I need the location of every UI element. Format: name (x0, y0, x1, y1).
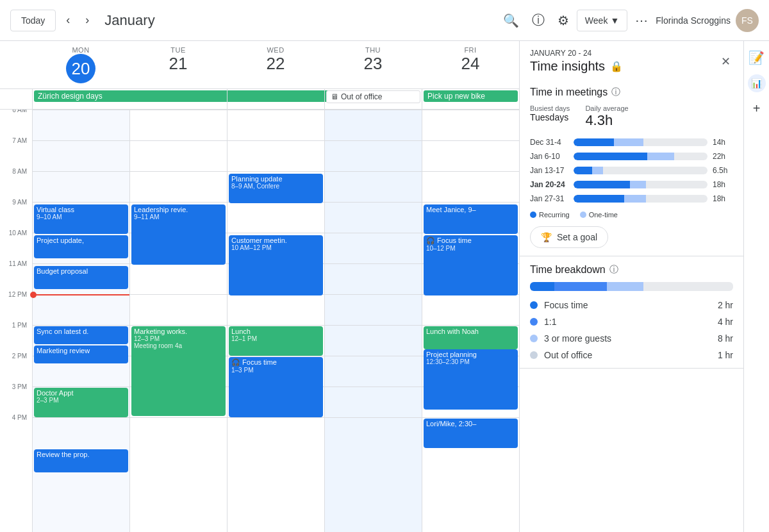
sidebar-icons: 📝 📊 + (743, 41, 769, 532)
cal-event-doctor[interactable]: Doctor Appt 2–3 PM (34, 388, 128, 417)
calendar-area: MON 20 TUE 21 WED 22 THU 23 FRI 24 (0, 41, 519, 532)
breakdown-focus-time: Focus time 2 hr (530, 300, 733, 310)
close-button[interactable]: ✕ (718, 52, 733, 71)
cal-event-meet-janice[interactable]: Meet Janice, 9– (424, 204, 518, 234)
monitor-icon: 🖥 (331, 92, 338, 101)
meetings-section: Time in meetings ⓘ Busiest days Tuesdays… (520, 79, 743, 256)
allday-wed (227, 89, 324, 109)
one-time-dot (580, 212, 586, 218)
cal-event-marketing-review[interactable]: Marketing review (34, 345, 128, 363)
app-header: Today ‹ › January 🔍 ⓘ ⚙ Week ▼ ⋯ Florind… (0, 0, 769, 41)
sidebar-add-button[interactable]: + (749, 97, 765, 120)
cal-event-customer-meeting[interactable]: Customer meetin. 10 AM–12 PM (229, 235, 323, 295)
day-headers: MON 20 TUE 21 WED 22 THU 23 FRI 24 (0, 41, 519, 89)
settings-button[interactable]: ⚙ (552, 8, 574, 33)
breakdown-seg-other (643, 282, 732, 291)
bar-dark (574, 153, 647, 160)
cal-event-review-prop[interactable]: Review the prop. (34, 449, 128, 472)
chart-row-jan27: Jan 27-31 18h (530, 194, 733, 203)
breakdown-dot-ooo (530, 351, 538, 359)
chart-legend: Recurring One-time (530, 211, 733, 219)
prev-button[interactable]: ‹ (61, 8, 75, 32)
cal-event-lori-mike[interactable]: Lori/Mike, 2:30– (424, 419, 518, 448)
next-button[interactable]: › (80, 8, 94, 32)
bar-dark (574, 181, 630, 188)
chevron-down-icon: ▼ (610, 15, 619, 26)
bar-dark (574, 138, 614, 146)
cal-event-budget[interactable]: Budget proposal (34, 266, 128, 289)
bar-light (647, 153, 674, 160)
breakdown-bar (530, 282, 733, 291)
insights-title: Time insights 🔒 (530, 59, 623, 74)
bar-dark (574, 195, 624, 203)
chart-row-jan13: Jan 13-17 6.5h (530, 166, 733, 175)
daily-avg-metric: Daily average 4.3h (585, 104, 628, 129)
allday-row: Zürich design days 🖥 Out of office Pick … (0, 89, 519, 110)
day-col-mon[interactable]: Virtual class 9–10 AM Project update, Bu… (32, 110, 129, 532)
cal-event-project-update[interactable]: Project update, (34, 235, 128, 258)
day-header-wed: WED 22 (227, 46, 324, 83)
day-col-wed[interactable]: Planning update 8–9 AM, Confere Customer… (227, 110, 324, 532)
sidebar-notes-button[interactable]: 📝 (745, 46, 768, 69)
day-col-tue[interactable]: Leadership revie. 9–11 AM Marketing work… (129, 110, 227, 532)
busiest-value: Tuesdays (530, 112, 570, 122)
day-header-thu: THU 23 (324, 46, 422, 83)
breakdown-seg-1on1 (554, 282, 607, 291)
day-col-fri[interactable]: Meet Janice, 9– 🎧 Focus time 10–12 PM Lu… (422, 110, 519, 532)
user-area[interactable]: Florinda Scroggins FS (656, 9, 759, 32)
view-dropdown[interactable]: Week ▼ (577, 10, 627, 31)
breakdown-seg-focus (530, 282, 554, 291)
breakdown-dot-1on1 (530, 318, 538, 326)
time-labels-column: 6 AM 7 AM 8 AM 9 AM 10 AM 11 AM 12 PM 1 … (0, 110, 32, 532)
main-area: MON 20 TUE 21 WED 22 THU 23 FRI 24 (0, 41, 769, 532)
apps-button[interactable]: ⋯ (630, 8, 653, 33)
cal-event-project-planning[interactable]: Project planning 12:30–2:30 PM (424, 349, 518, 410)
insights-header: JANUARY 20 - 24 Time insights 🔒 ✕ (520, 41, 743, 79)
bar-light (592, 167, 603, 174)
chart-row-dec31: Dec 31-4 14h (530, 138, 733, 147)
user-name: Florinda Scroggins (656, 15, 731, 26)
sidebar-insights-icon: 📊 (751, 78, 762, 88)
breakdown-section: Time breakdown ⓘ Focus time 2 hr 1:1 (520, 256, 743, 369)
breakdown-title: Time breakdown ⓘ (530, 264, 733, 276)
time-grid: 6 AM 7 AM 8 AM 9 AM 10 AM 11 AM 12 PM 1 … (0, 110, 519, 532)
breakdown-seg-group (607, 282, 643, 291)
day-col-thu[interactable] (324, 110, 422, 532)
help-button[interactable]: ⓘ (527, 6, 550, 34)
goal-icon: 🏆 (541, 232, 552, 242)
breakdown-1on1: 1:1 4 hr (530, 317, 733, 327)
bar-dark (574, 167, 592, 174)
legend-one-time: One-time (580, 211, 618, 219)
recurring-dot (530, 212, 536, 218)
cal-event-lunch[interactable]: Lunch 12–1 PM (229, 326, 323, 356)
cal-event-virtual-class[interactable]: Virtual class 9–10 AM (34, 204, 128, 234)
cal-event-sync[interactable]: Sync on latest d. (34, 326, 128, 344)
day-header-mon: MON 20 (32, 46, 129, 83)
busiest-label: Busiest days (530, 104, 570, 112)
avg-label: Daily average (585, 104, 628, 112)
metrics-row: Busiest days Tuesdays Daily average 4.3h (530, 104, 733, 129)
cal-event-planning-update[interactable]: Planning update 8–9 AM, Confere (229, 174, 323, 203)
lock-icon: 🔒 (610, 60, 623, 72)
sidebar-active-icon[interactable]: 📊 (748, 74, 766, 92)
cal-event-focus-wed[interactable]: 🎧 Focus time 1–3 PM (229, 357, 323, 417)
bar-light (624, 195, 645, 203)
time-gutter-header (0, 46, 32, 83)
meetings-section-title: Time in meetings ⓘ (530, 87, 733, 98)
cal-event-focus-fri[interactable]: 🎧 Focus time 10–12 PM (424, 235, 518, 295)
today-button[interactable]: Today (10, 10, 56, 31)
insights-panel: JANUARY 20 - 24 Time insights 🔒 ✕ Time i… (519, 41, 743, 532)
search-button[interactable]: 🔍 (498, 8, 524, 33)
allday-event-out-of-office[interactable]: 🖥 Out of office (326, 90, 420, 103)
cal-event-leadership[interactable]: Leadership revie. 9–11 AM (131, 204, 226, 265)
allday-event-bike[interactable]: Pick up new bike (424, 90, 518, 102)
day-header-tue: TUE 21 (129, 46, 227, 83)
breakdown-help-icon[interactable]: ⓘ (609, 264, 618, 276)
cal-event-marketing-workshop[interactable]: Marketing works. 12–3 PM Meeting room 4a (131, 326, 226, 416)
bar-light (614, 138, 643, 146)
busiest-days-metric: Busiest days Tuesdays (530, 104, 570, 129)
cal-event-lunch-noah[interactable]: Lunch with Noah (424, 326, 518, 349)
set-goal-button[interactable]: 🏆 Set a goal (530, 226, 608, 248)
meetings-help-icon[interactable]: ⓘ (611, 87, 620, 98)
bar-chart: Dec 31-4 14h Jan 6-10 22h Ja (530, 138, 733, 203)
